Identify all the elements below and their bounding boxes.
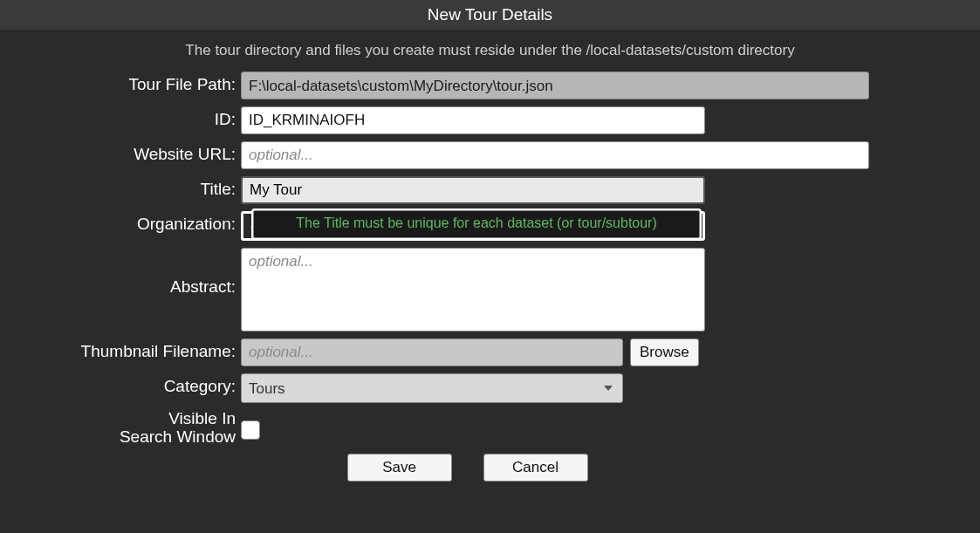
abstract-textarea[interactable] — [241, 248, 705, 331]
label-thumbnail: Thumbnail Filename: — [68, 338, 241, 361]
cancel-button[interactable]: Cancel — [483, 454, 588, 482]
label-abstract: Abstract: — [68, 248, 241, 297]
category-select[interactable]: Tours — [241, 373, 623, 403]
form: Tour File Path: F:\local-datasets\custom… — [68, 72, 867, 482]
tour-file-path-field: F:\local-datasets\custom\MyDirectory\tou… — [241, 72, 869, 99]
save-button[interactable]: Save — [347, 454, 452, 482]
visible-in-search-checkbox[interactable] — [241, 420, 260, 440]
label-visible-line2: Search Window — [120, 427, 236, 446]
dialog-subtitle: The tour directory and files you create … — [0, 42, 980, 59]
dialog-title: New Tour Details — [0, 0, 980, 30]
label-path: Tour File Path: — [68, 72, 241, 94]
browse-button[interactable]: Browse — [630, 338, 699, 366]
label-org: Organization: — [68, 211, 241, 234]
label-id: ID: — [68, 106, 241, 129]
thumbnail-filename-input[interactable] — [241, 338, 623, 366]
label-title: Title: — [68, 176, 241, 199]
website-url-input[interactable] — [241, 141, 869, 169]
id-input[interactable] — [241, 106, 705, 134]
label-url: Website URL: — [68, 141, 241, 164]
organization-input[interactable] — [241, 211, 705, 241]
label-category: Category: — [68, 373, 241, 396]
title-input[interactable] — [241, 176, 705, 204]
label-visible: Visible In Search Window — [68, 410, 241, 447]
label-visible-line1: Visible In — [168, 409, 236, 427]
